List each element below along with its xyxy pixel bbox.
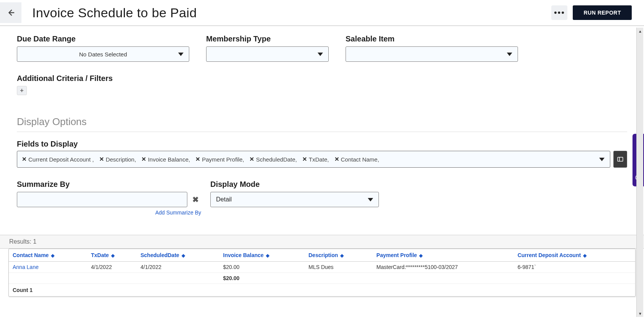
chevron-down-icon bbox=[507, 53, 512, 56]
due-date-label: Due Date Range bbox=[17, 35, 189, 43]
table-total-row: $20.00 bbox=[9, 273, 635, 284]
close-icon[interactable]: ✕ bbox=[195, 156, 200, 163]
sort-icon: ◆ bbox=[340, 253, 344, 258]
table-row: Anna Lane 4/1/2022 4/1/2022 $20.00 MLS D… bbox=[9, 262, 635, 273]
field-chip: ✕Payment Profile, bbox=[195, 156, 244, 163]
saleable-item-select[interactable] bbox=[346, 46, 518, 62]
membership-type-label: Membership Type bbox=[206, 35, 329, 43]
summarize-by-input[interactable] bbox=[17, 192, 187, 207]
cell-contact-name[interactable]: Anna Lane bbox=[9, 262, 87, 273]
main-content: Due Date Range No Dates Selected Members… bbox=[0, 26, 644, 300]
results-count: Results: 1 bbox=[0, 235, 644, 249]
results-table: Contact Name ◆ TxDate ◆ ScheduledDate ◆ … bbox=[8, 249, 636, 297]
cell-balance: $20.00 bbox=[219, 262, 305, 273]
close-icon[interactable]: ✕ bbox=[99, 156, 104, 163]
field-chip: ✕Description, bbox=[99, 156, 136, 163]
back-button[interactable] bbox=[0, 2, 21, 23]
saleable-item-label: Saleable Item bbox=[346, 35, 518, 43]
col-scheduleddate[interactable]: ScheduledDate ◆ bbox=[137, 249, 220, 262]
close-icon[interactable]: ✕ bbox=[334, 156, 339, 163]
fields-to-display-label: Fields to Display bbox=[17, 140, 627, 148]
close-icon[interactable]: ✕ bbox=[302, 156, 307, 163]
display-mode-value: Detail bbox=[216, 196, 232, 203]
close-icon[interactable]: ✕ bbox=[22, 156, 27, 163]
additional-criteria-label: Additional Criteria / Filters bbox=[17, 74, 627, 83]
fields-panel-button[interactable] bbox=[613, 151, 627, 168]
cell-payment-profile: MasterCard:*********5100-03/2027 bbox=[373, 262, 514, 273]
divider bbox=[17, 132, 627, 132]
scroll-up-icon[interactable]: ▲ bbox=[637, 28, 644, 35]
sort-icon: ◆ bbox=[583, 253, 587, 258]
header-actions: ••• RUN REPORT bbox=[551, 5, 639, 20]
layout-icon bbox=[617, 156, 624, 163]
vertical-scrollbar[interactable]: ▲ ▼ bbox=[636, 28, 643, 300]
svg-rect-0 bbox=[618, 157, 623, 162]
col-invoice-balance[interactable]: Invoice Balance ◆ bbox=[219, 249, 305, 262]
filter-row: Due Date Range No Dates Selected Members… bbox=[17, 35, 627, 62]
total-balance: $20.00 bbox=[219, 273, 305, 284]
sort-icon: ◆ bbox=[51, 253, 54, 258]
cell-deposit-account: 6-9871` bbox=[514, 262, 635, 273]
chevron-down-icon bbox=[178, 53, 184, 56]
cell-scheduleddate: 4/1/2022 bbox=[137, 262, 220, 273]
clear-summarize-button[interactable]: ✖ bbox=[190, 194, 201, 205]
field-chip: ✕ScheduledDate, bbox=[249, 156, 297, 163]
due-date-value: No Dates Selected bbox=[23, 51, 184, 58]
col-payment-profile[interactable]: Payment Profile ◆ bbox=[373, 249, 514, 262]
close-icon[interactable]: ✕ bbox=[249, 156, 254, 163]
summarize-by-label: Summarize By bbox=[17, 180, 201, 189]
chevron-down-icon bbox=[318, 53, 323, 56]
table-count-row: Count 1 bbox=[9, 284, 635, 297]
count-label: Count 1 bbox=[9, 284, 635, 297]
close-icon[interactable]: ✕ bbox=[141, 156, 146, 163]
sort-icon: ◆ bbox=[266, 253, 269, 258]
col-txdate[interactable]: TxDate ◆ bbox=[87, 249, 136, 262]
field-chip: ✕TxDate, bbox=[302, 156, 329, 163]
col-deposit-account[interactable]: Current Deposit Account ◆ bbox=[514, 249, 635, 262]
cell-description: MLS Dues bbox=[305, 262, 372, 273]
add-criteria-button[interactable]: + bbox=[17, 86, 27, 95]
run-report-button[interactable]: RUN REPORT bbox=[573, 5, 632, 20]
display-mode-label: Display Mode bbox=[210, 180, 379, 189]
display-mode-select[interactable]: Detail bbox=[210, 192, 379, 207]
chevron-down-icon bbox=[368, 198, 373, 201]
col-description[interactable]: Description ◆ bbox=[305, 249, 372, 262]
field-chip: ✕Current Deposit Account , bbox=[22, 156, 94, 163]
sort-icon: ◆ bbox=[182, 253, 185, 258]
cell-txdate: 4/1/2022 bbox=[87, 262, 136, 273]
page-header: Invoice Schedule to be Paid ••• RUN REPO… bbox=[0, 0, 644, 26]
field-chip: ✕Contact Name, bbox=[334, 156, 379, 163]
display-options-title: Display Options bbox=[17, 116, 627, 128]
col-contact-name[interactable]: Contact Name ◆ bbox=[9, 249, 87, 262]
arrow-left-icon bbox=[7, 8, 15, 17]
page-title: Invoice Schedule to be Paid bbox=[32, 5, 551, 20]
field-chip: ✕Invoice Balance, bbox=[141, 156, 190, 163]
more-menu-button[interactable]: ••• bbox=[551, 5, 567, 20]
sort-icon: ◆ bbox=[111, 253, 115, 258]
sort-icon: ◆ bbox=[419, 253, 423, 258]
chevron-down-icon bbox=[599, 158, 605, 161]
fields-to-display-select[interactable]: ✕Current Deposit Account , ✕Description,… bbox=[17, 151, 610, 168]
add-summarize-link[interactable]: Add Summarize By bbox=[17, 209, 201, 216]
membership-type-select[interactable] bbox=[206, 46, 329, 62]
due-date-select[interactable]: No Dates Selected bbox=[17, 46, 189, 62]
